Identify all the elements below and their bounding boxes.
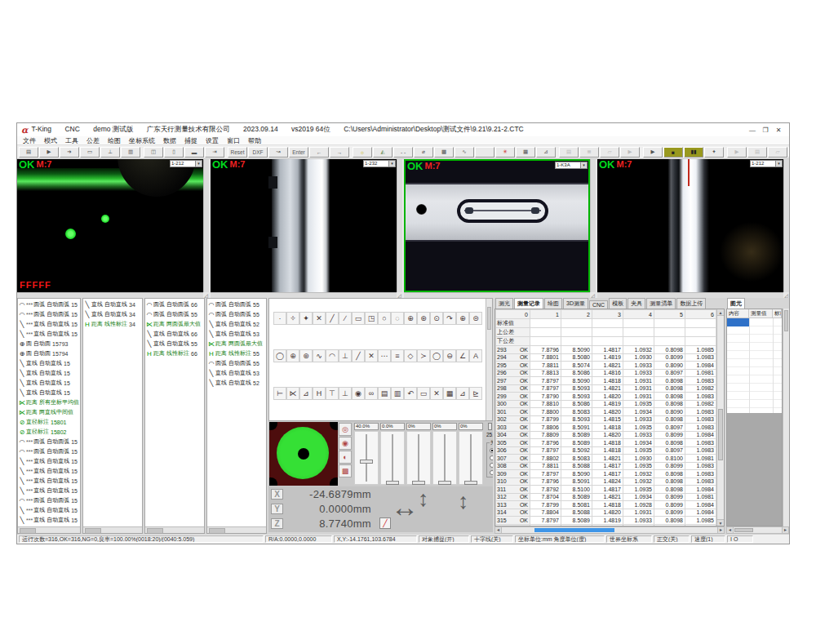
light-slider-2[interactable]: 0.0% [380, 423, 405, 485]
measure-tool-button-1-13[interactable]: ⊙ [430, 312, 443, 325]
jog-z-arrows-icon[interactable]: ↕ [458, 491, 469, 513]
curve-button[interactable]: ∿ [455, 147, 474, 158]
feature-row[interactable]: ╲***直线自动直线15 [18, 515, 80, 525]
camera-panel-3[interactable]: OKM:71-K3A▾◿ [404, 159, 596, 298]
measure-tool-button-2-6[interactable]: ⊥ [339, 349, 352, 362]
camera-lens-dropdown[interactable]: 1-212▾ [750, 160, 783, 167]
ring-light-segment-button-1[interactable]: ◎ [339, 423, 352, 436]
jog-vertical-arrows-icon[interactable]: ↕ [418, 488, 429, 510]
feature-row[interactable]: ╲直线自动直线15 [18, 378, 80, 388]
table-row[interactable]: 309OK7.87978.50901.48171.09320.80981.098… [496, 470, 716, 478]
measure-tool-button-2-13[interactable]: ◯ [430, 349, 443, 362]
pan-grip-icon[interactable]: ◿ [203, 292, 209, 298]
feature-row[interactable]: ◠***圆弧自动圆弧15 [18, 309, 80, 319]
capture-button[interactable]: ▥ [121, 147, 140, 158]
feature-row[interactable]: ◠圆弧自动圆弧66 [145, 300, 204, 309]
menu-item-2[interactable]: 工具 [61, 136, 82, 145]
feature-row[interactable]: ╲***直线自动直线15 [18, 329, 80, 339]
feature-row[interactable]: ╲直线自动直线53 [207, 368, 266, 378]
measure-tool-button-2-3[interactable]: ⊛ [299, 349, 313, 362]
menu-item-3[interactable]: 公差 [82, 136, 104, 145]
trace-button[interactable]: ↝ [268, 147, 288, 158]
camera-view-1[interactable]: OKM:71-212▾FFFFF [17, 159, 203, 292]
play-gray-button[interactable]: ▶ [620, 147, 640, 158]
measure-tool-button-3-11[interactable]: ↶ [404, 387, 417, 400]
measure-tool-button-1-3[interactable]: ✦ [299, 312, 313, 325]
table-row[interactable]: 307OK7.88028.50831.48211.09300.81001.098… [496, 455, 716, 463]
measure-tool-button-2-9[interactable]: ⋯ [378, 349, 391, 362]
feature-row[interactable]: ◠***圆弧自动圆弧15 [18, 437, 80, 446]
light-slider-track[interactable] [459, 431, 483, 485]
camera-panel-1[interactable]: OKM:71-212▾FFFFF◿ [17, 159, 209, 298]
menu-item-9[interactable]: 窗口 [223, 136, 244, 145]
tab-5[interactable]: 模板 [609, 298, 627, 309]
tab-8[interactable]: 数据上传 [676, 298, 706, 309]
level-low-radio[interactable] [490, 455, 493, 460]
measure-tool-button-1-2[interactable]: ✧ [286, 312, 299, 325]
measure-tool-button-1-8[interactable]: ◳ [365, 312, 378, 325]
light-slider-thumb[interactable] [438, 481, 451, 485]
table-row[interactable]: 303OK7.88068.50911.48181.09350.80971.098… [496, 424, 716, 432]
measure-tool-button-2-5[interactable]: ◠ [326, 349, 339, 362]
table-col-header-3[interactable]: 3 [592, 310, 623, 319]
measure-tool-button-2-2[interactable]: ⊕ [286, 349, 299, 362]
feature-list-scrollbar[interactable] [18, 526, 80, 533]
table-row[interactable]: 293OK7.87968.50901.48171.09320.80981.098… [496, 346, 716, 354]
checker-button[interactable]: ▩ [434, 147, 454, 158]
measure-tool-button-2-4[interactable]: ∿ [313, 349, 326, 362]
feature-row[interactable]: ╲直线自动直线15 [18, 358, 80, 368]
selected-cell[interactable] [727, 318, 749, 326]
camera-vertical-scrollbar[interactable] [397, 159, 402, 292]
color-cal-radio[interactable] [490, 470, 493, 475]
measure-tool-button-3-13[interactable]: ✕ [430, 387, 443, 400]
camera-view-4[interactable]: OKM:71-212▾ [597, 159, 783, 292]
light-slider-track[interactable] [406, 431, 431, 485]
light-slider-track[interactable] [354, 431, 379, 485]
feature-row[interactable]: ⋉距离两直线中间值 [18, 407, 80, 417]
table-row[interactable]: 296OK7.88138.50861.48161.09330.80971.098… [496, 369, 716, 377]
feature-list-scrollbar[interactable] [207, 526, 266, 533]
measure-tool-button-2-11[interactable]: ◇ [404, 349, 417, 362]
menu-item-4[interactable]: 绘图 [104, 136, 125, 145]
feature-row[interactable]: ╲直线自动直线15 [18, 368, 80, 378]
feature-row[interactable]: ╲直线自动直线66 [145, 329, 204, 339]
light-slider-3[interactable]: 0% [406, 423, 431, 485]
enter-button[interactable]: Enter [289, 147, 308, 158]
minimize-button[interactable]: — [746, 127, 759, 134]
light-slider-1[interactable]: 40.0% [354, 423, 379, 485]
table-row[interactable]: 295OK7.88118.50741.48211.09330.80901.098… [496, 362, 716, 370]
tab-6[interactable]: 夹具 [628, 298, 645, 309]
jog-horizontal-arrows-icon[interactable]: ↔ [391, 493, 419, 521]
feature-row[interactable]: ⋉距离所有坐标平均值 [18, 398, 80, 407]
element-table[interactable]: 内容 测量值 标准值 [726, 309, 783, 526]
zoom-tool-button[interactable]: ⌀ [414, 147, 433, 158]
feature-row[interactable]: ╲***直线自动直线15 [18, 466, 80, 476]
move-right-button[interactable]: → [330, 147, 349, 158]
feature-row[interactable]: ╲直线自动直线15 [18, 388, 80, 398]
table-row[interactable]: 314OK7.88048.50881.48201.09310.80991.098… [496, 509, 716, 517]
feature-row[interactable]: H距离线性标注55 [207, 349, 266, 358]
menu-item-1[interactable]: 模式 [40, 136, 61, 145]
table-row[interactable]: 308OK7.88118.50881.48171.09350.80991.098… [496, 462, 716, 470]
measure-tool-button-1-5[interactable]: ╱ [326, 312, 339, 325]
feature-list-scrollbar[interactable] [145, 526, 204, 533]
scroll-left-arrow-icon[interactable]: ◄ [727, 527, 734, 533]
tab-7[interactable]: 测量清单 [646, 298, 676, 309]
table-row[interactable]: 313OK7.87998.50811.48181.09280.80991.098… [496, 501, 716, 509]
move-left-button[interactable]: ← [309, 147, 329, 158]
run-file-button[interactable]: ▶ [39, 147, 59, 158]
element-vertical-scrollbar[interactable] [783, 309, 789, 526]
camera-lens-dropdown[interactable]: 1-K3A▾ [555, 162, 588, 169]
maximize-button[interactable]: ❐ [759, 127, 772, 134]
measure-tool-button-3-8[interactable]: ∞ [365, 387, 378, 400]
scroll-right-arrow-icon[interactable]: ► [782, 527, 788, 533]
scroll-left-arrow-icon[interactable]: ◄ [495, 527, 502, 533]
camera-horizontal-scrollbar[interactable] [17, 292, 203, 298]
feature-row[interactable]: ╲***直线自动直线15 [18, 476, 80, 486]
chart-button[interactable]: ⊿ [536, 147, 556, 158]
zoom-slider-thumb[interactable] [488, 423, 492, 430]
gray-tool-button[interactable]: ▬ [184, 147, 204, 158]
measure-tool-button-1-12[interactable]: ⊛ [417, 312, 430, 325]
pan-grip-icon[interactable]: ◿ [590, 292, 596, 298]
light-slider-thumb[interactable] [464, 481, 477, 485]
